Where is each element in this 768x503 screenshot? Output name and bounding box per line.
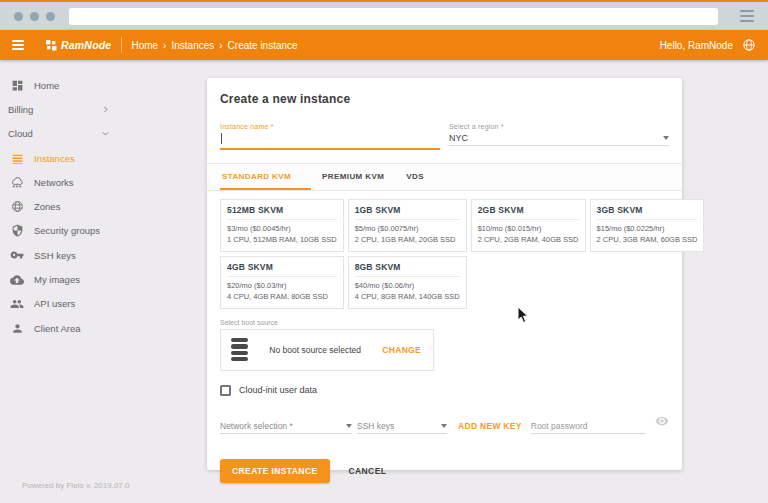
page-title: Create a new instance [220, 92, 669, 106]
boot-source-label: Select boot source [220, 319, 669, 326]
region-select[interactable]: NYC [449, 130, 669, 146]
user-greeting[interactable]: Hello, RamNode [660, 40, 733, 51]
text-cursor [221, 133, 222, 144]
ramnode-logo[interactable]: RamNode [46, 39, 111, 51]
ssh-keys-icon [10, 248, 24, 262]
tab-standard-kvm[interactable]: STANDARD KVM [220, 164, 311, 190]
app-header: RamNode Home › Instances › Create instan… [0, 30, 768, 60]
chevron-down-icon [346, 424, 352, 428]
plan-card-1gb[interactable]: 1GB SKVM $5/mo ($0.0075/hr) 2 CPU, 1GB R… [348, 199, 467, 252]
region-value: NYC [449, 133, 468, 143]
chevron-down-icon [98, 127, 112, 141]
add-new-key-button[interactable]: ADD NEW KEY [458, 421, 522, 431]
security-groups-icon [10, 224, 24, 238]
change-boot-source-button[interactable]: CHANGE [382, 345, 421, 355]
main-area: Create a new instance Instance name * Se… [200, 60, 768, 501]
window-dot[interactable] [14, 12, 23, 21]
boot-source-box: No boot source selected CHANGE [220, 329, 434, 371]
cancel-button[interactable]: CANCEL [349, 466, 387, 476]
instances-icon [10, 151, 24, 165]
breadcrumb: Home › Instances › Create instance [131, 40, 297, 51]
chevron-right-icon [98, 102, 112, 116]
create-instance-card: Create a new instance Instance name * Se… [207, 78, 682, 470]
sidebar-item-instances[interactable]: Instances [0, 146, 200, 170]
breadcrumb-separator: › [219, 40, 222, 51]
dashboard-icon [10, 78, 24, 92]
breadcrumb-instances[interactable]: Instances [171, 40, 214, 51]
plan-card-3gb[interactable]: 3GB SKVM $15/mo ($0.0225/hr) 2 CPU, 3GB … [590, 199, 705, 252]
sidebar-item-home[interactable]: Home [0, 73, 200, 97]
window-dot[interactable] [30, 12, 39, 21]
powered-by-text: Powered by Fleio v. 2019.07.0 [22, 481, 129, 490]
root-password-input[interactable] [531, 419, 646, 434]
zones-icon [10, 200, 24, 214]
sidebar-item-security-groups[interactable]: Security groups [0, 219, 200, 243]
plan-tabs: STANDARD KVM PREMIUM KVM VDS [207, 164, 682, 191]
sidebar: Home Billing Cloud Instances [0, 60, 200, 501]
database-icon [231, 338, 248, 361]
url-bar[interactable] [69, 8, 718, 25]
breadcrumb-home[interactable]: Home [131, 40, 158, 51]
ramnode-logo-icon [46, 40, 57, 51]
sidebar-item-billing[interactable]: Billing [0, 97, 112, 121]
plan-grid: 512MB SKVM $3/mo ($0.0045/hr) 1 CPU, 512… [220, 199, 669, 309]
cloud-init-label: Cloud-init user data [239, 385, 317, 395]
sidebar-item-zones[interactable]: Zones [0, 194, 200, 218]
window-controls[interactable] [14, 12, 55, 21]
instance-name-label: Instance name * [220, 123, 440, 130]
networks-icon [10, 175, 24, 189]
plan-card-8gb[interactable]: 8GB SKVM $40/mo ($0.06/hr) 4 CPU, 8GB RA… [348, 256, 467, 309]
globe-icon[interactable] [742, 38, 756, 52]
tab-premium-kvm[interactable]: PREMIUM KVM [311, 164, 395, 190]
sidebar-item-ssh-keys[interactable]: SSH keys [0, 243, 200, 267]
sidebar-item-client-area[interactable]: Client Area [0, 316, 200, 340]
window-dot[interactable] [46, 12, 55, 21]
logo-text: RamNode [61, 39, 111, 51]
plan-card-4gb[interactable]: 4GB SKVM $20/mo ($0.03/hr) 4 CPU, 4GB RA… [220, 256, 344, 309]
boot-source-status: No boot source selected [269, 345, 361, 355]
create-instance-button[interactable]: CREATE INSTANCE [220, 459, 330, 483]
show-password-icon[interactable] [655, 414, 669, 432]
header-divider [121, 37, 122, 53]
region-label: Select a region * [449, 123, 669, 130]
menu-icon[interactable] [12, 40, 24, 50]
region-field: Select a region * NYC [449, 123, 669, 150]
browser-chrome [0, 2, 768, 30]
client-area-icon [10, 321, 24, 335]
breadcrumb-separator: › [163, 40, 166, 51]
plan-card-512mb[interactable]: 512MB SKVM $3/mo ($0.0045/hr) 1 CPU, 512… [220, 199, 344, 252]
chevron-down-icon [441, 424, 447, 428]
breadcrumb-create-instance: Create instance [228, 40, 298, 51]
sidebar-item-my-images[interactable]: My images [0, 267, 200, 291]
ssh-keys-select[interactable]: SSH keys [357, 419, 447, 434]
sidebar-item-api-users[interactable]: API users [0, 292, 200, 316]
chevron-down-icon [663, 136, 669, 140]
my-images-icon [10, 273, 24, 287]
sidebar-item-cloud[interactable]: Cloud [0, 122, 112, 146]
sidebar-item-networks[interactable]: Networks [0, 170, 200, 194]
plan-card-2gb[interactable]: 2GB SKVM $10/mo ($0.015/hr) 2 CPU, 2GB R… [471, 199, 586, 252]
cloud-init-checkbox[interactable] [220, 385, 231, 396]
tab-vds[interactable]: VDS [395, 164, 435, 190]
page: RamNode Home › Instances › Create instan… [0, 0, 768, 503]
instance-name-input[interactable] [220, 134, 440, 150]
instance-name-field: Instance name * [220, 123, 440, 150]
network-selection-select[interactable]: Network selection * [220, 419, 352, 434]
browser-menu-icon[interactable] [740, 10, 754, 22]
api-users-icon [10, 297, 24, 311]
